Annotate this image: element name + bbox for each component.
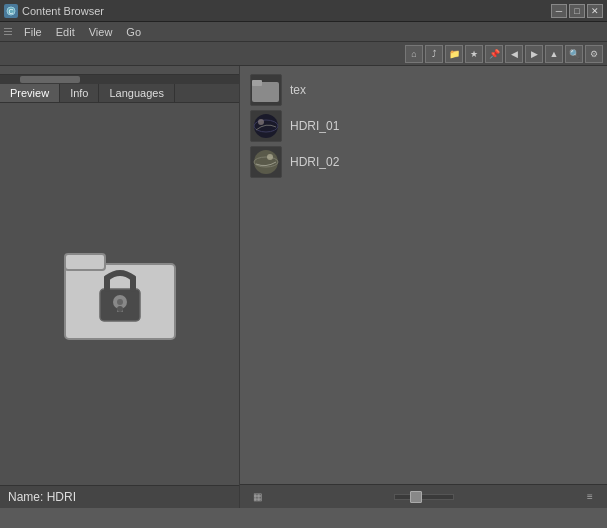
svg-point-35 (258, 119, 264, 125)
menu-file[interactable]: File (18, 24, 48, 40)
menu-grip (4, 28, 12, 35)
toolbar-home[interactable]: ⌂ (405, 45, 423, 63)
h-scrollbar-thumb[interactable] (20, 76, 80, 83)
right-bottom-bar: ▦ ≡ (240, 484, 607, 508)
h-scrollbar[interactable] (0, 74, 239, 84)
toolbar-bookmark[interactable]: 📌 (485, 45, 503, 63)
window-controls: ─ □ ✕ (551, 4, 603, 18)
left-panel: tex ▼ Materials (0, 66, 240, 508)
content-item-tex[interactable]: tex (246, 72, 601, 108)
content-item-hdri02[interactable]: HDRI_02 (246, 144, 601, 180)
preview-bottom: Name: HDRI (0, 485, 239, 508)
tab-preview[interactable]: Preview (0, 84, 60, 102)
preview-icon (50, 229, 190, 359)
preview-tabs: Preview Info Languages (0, 84, 239, 103)
content-item-hdri01[interactable]: HDRI_01 (246, 108, 601, 144)
grid-view-icon[interactable]: ▦ (248, 488, 266, 506)
svg-text:C: C (8, 8, 13, 15)
menu-view[interactable]: View (83, 24, 119, 40)
toolbar-search[interactable]: 🔍 (565, 45, 583, 63)
menu-go[interactable]: Go (120, 24, 147, 40)
app-icon: C (4, 4, 18, 18)
menu-bar: File Edit View Go (0, 22, 607, 42)
tab-info[interactable]: Info (60, 84, 99, 102)
minimize-button[interactable]: ─ (551, 4, 567, 18)
content-thumb-hdri01 (250, 110, 282, 142)
svg-rect-32 (252, 80, 262, 86)
list-view-icon[interactable]: ≡ (581, 488, 599, 506)
menu-edit[interactable]: Edit (50, 24, 81, 40)
close-button[interactable]: ✕ (587, 4, 603, 18)
svg-point-36 (254, 150, 278, 174)
toolbar-settings[interactable]: ⚙ (585, 45, 603, 63)
content-label: HDRI_01 (290, 119, 339, 133)
maximize-button[interactable]: □ (569, 4, 585, 18)
content-items[interactable]: tex HDRI_01 (240, 66, 607, 484)
window-title: Content Browser (22, 5, 104, 17)
zoom-slider[interactable] (394, 494, 454, 500)
toolbar-updir[interactable]: ▲ (545, 45, 563, 63)
toolbar-newdir[interactable]: 📁 (445, 45, 463, 63)
toolbar-up[interactable]: ⤴ (425, 45, 443, 63)
content-thumb-tex (250, 74, 282, 106)
tree-area[interactable]: tex ▼ Materials (0, 66, 239, 74)
svg-point-38 (267, 154, 273, 160)
content-thumb-hdri02 (250, 146, 282, 178)
title-bar-left: C Content Browser (4, 4, 104, 18)
right-panel: tex HDRI_01 (240, 66, 607, 508)
toolbar-back[interactable]: ◀ (505, 45, 523, 63)
preview-content (0, 103, 239, 485)
content-label: HDRI_02 (290, 155, 339, 169)
toolbar-forward[interactable]: ▶ (525, 45, 543, 63)
title-bar: C Content Browser ─ □ ✕ (0, 0, 607, 22)
preview-name: Name: HDRI (8, 490, 76, 504)
toolbar: ⌂ ⤴ 📁 ★ 📌 ◀ ▶ ▲ 🔍 ⚙ (0, 42, 607, 66)
svg-rect-25 (65, 254, 105, 270)
toolbar-favorites[interactable]: ★ (465, 45, 483, 63)
tab-languages[interactable]: Languages (99, 84, 174, 102)
svg-point-30 (117, 299, 123, 305)
svg-point-29 (117, 306, 123, 312)
zoom-thumb[interactable] (410, 491, 422, 503)
content-label: tex (290, 83, 306, 97)
main-content: tex ▼ Materials (0, 66, 607, 508)
